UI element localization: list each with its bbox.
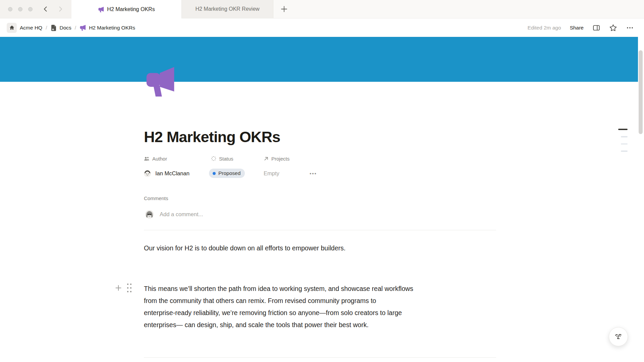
property-author[interactable]: Author <box>144 155 167 162</box>
new-document-icon <box>51 24 57 31</box>
topbar-actions: Edited 2m ago Share <box>528 24 634 32</box>
drag-handle[interactable] <box>126 283 132 293</box>
breadcrumb-item-workspace[interactable]: Acme HQ <box>20 25 42 31</box>
properties-more-button[interactable]: ••• <box>310 168 317 178</box>
chevron-right-icon <box>57 6 64 12</box>
back-button[interactable] <box>42 0 49 18</box>
scrollbar-track <box>638 0 644 362</box>
megaphone-icon <box>145 66 175 97</box>
paragraph-line: This means we’ll shorten the path from i… <box>144 283 499 295</box>
drag-dot-icon <box>130 287 131 289</box>
megaphone-icon <box>79 24 86 31</box>
edited-timestamp: Edited 2m ago <box>528 25 561 31</box>
properties-panel: Author Status Projects <box>144 155 352 183</box>
app-window: H2 Marketing OKRs H2 Marketing OKR Revie… <box>0 0 644 362</box>
plus-icon <box>115 284 122 292</box>
favorite-button[interactable] <box>609 24 617 32</box>
property-status[interactable]: Status <box>211 155 233 162</box>
paragraph-block[interactable]: Our vision for H2 is to double down on a… <box>144 242 499 254</box>
add-comment-input[interactable]: Add a comment... <box>160 211 203 218</box>
divider <box>144 357 496 358</box>
author-name: Ian McClanan <box>155 170 190 177</box>
toc-item[interactable] <box>621 143 628 145</box>
megaphone-icon <box>98 6 104 12</box>
tab-label: H2 Marketing OKRs <box>107 6 155 12</box>
drag-dot-icon <box>130 284 131 285</box>
ai-face-icon <box>614 332 623 341</box>
divider <box>144 230 496 230</box>
notion-ai-button[interactable] <box>609 327 628 346</box>
drag-dot-icon <box>127 284 128 285</box>
paragraph-line: enterprises— can design, ship, and scale… <box>144 319 499 331</box>
page-cover <box>0 37 638 82</box>
tab-h2-marketing-okrs[interactable]: H2 Marketing OKRs <box>71 0 181 18</box>
chevron-left-icon <box>42 6 49 12</box>
tab-label: H2 Marketing OKR Review <box>195 6 259 12</box>
property-label: Projects <box>271 156 289 162</box>
drag-dot-icon <box>127 291 128 292</box>
block-controls <box>114 283 132 293</box>
add-block-button[interactable] <box>114 283 122 293</box>
table-of-contents-indicator <box>618 129 628 152</box>
close-window-button[interactable] <box>8 7 12 11</box>
property-label: Status <box>219 156 233 162</box>
breadcrumb-item-docs[interactable]: Docs <box>60 25 71 31</box>
tab-bar: H2 Marketing OKRs H2 Marketing OKR Revie… <box>0 0 644 18</box>
toc-item[interactable] <box>621 136 628 137</box>
projects-empty-text: Empty <box>264 170 279 177</box>
ellipsis-icon <box>626 24 634 32</box>
projects-value[interactable]: Empty <box>264 168 279 178</box>
breadcrumb-separator: / <box>74 25 76 31</box>
paragraph-block[interactable]: This means we’ll shorten the path from i… <box>144 283 499 331</box>
side-peek-button[interactable] <box>592 24 600 32</box>
paragraph-line: enterprise-ready reliability, we’re remo… <box>144 307 499 319</box>
drag-dot-icon <box>130 291 131 292</box>
comments-heading: Comments <box>144 195 168 201</box>
people-icon <box>144 156 150 161</box>
property-projects[interactable]: Projects <box>264 155 289 162</box>
more-options-button[interactable] <box>626 24 634 32</box>
top-bar: Acme HQ / Docs / H2 Marketing OKRs Edite… <box>0 18 644 37</box>
zoom-window-button[interactable] <box>28 7 33 11</box>
author-avatar <box>144 170 151 177</box>
arrow-up-right-icon <box>264 156 269 161</box>
scrollbar-thumb[interactable] <box>639 50 643 134</box>
tab-h2-marketing-okr-review[interactable]: H2 Marketing OKR Review <box>181 0 273 18</box>
drag-dot-icon <box>127 287 128 289</box>
status-value[interactable]: Proposed <box>209 168 245 178</box>
new-tab-button[interactable] <box>278 0 290 18</box>
breadcrumb-item-current-page[interactable]: H2 Marketing OKRs <box>89 25 135 31</box>
star-icon <box>609 24 617 32</box>
toc-item[interactable] <box>621 150 628 152</box>
spinner-icon <box>211 156 216 161</box>
breadcrumb: Acme HQ / Docs / H2 Marketing OKRs <box>7 23 135 33</box>
avatar-face-icon <box>145 210 154 219</box>
breadcrumb-home-chip[interactable] <box>7 23 17 33</box>
forward-button[interactable] <box>57 0 64 18</box>
status-text: Proposed <box>218 170 240 176</box>
share-button[interactable]: Share <box>570 25 584 31</box>
home-icon <box>9 25 15 31</box>
toc-item-active[interactable] <box>618 129 628 130</box>
author-value[interactable]: Ian McClanan <box>144 168 190 178</box>
add-comment-row[interactable]: Add a comment... <box>145 210 203 219</box>
sidebar-right-icon <box>592 24 600 32</box>
status-dot-icon <box>213 172 216 175</box>
status-pill: Proposed <box>209 169 245 178</box>
traffic-lights <box>8 0 33 18</box>
breadcrumb-separator: / <box>45 25 47 31</box>
paragraph-line: from the community that others can remix… <box>144 295 499 307</box>
minimize-window-button[interactable] <box>18 7 22 11</box>
current-user-avatar <box>145 210 154 219</box>
plus-icon <box>280 5 288 13</box>
page-title[interactable]: H2 Marketing OKRs <box>144 128 280 146</box>
property-label: Author <box>152 156 167 162</box>
page-icon-button[interactable] <box>145 66 175 97</box>
avatar-face-icon <box>144 170 151 177</box>
